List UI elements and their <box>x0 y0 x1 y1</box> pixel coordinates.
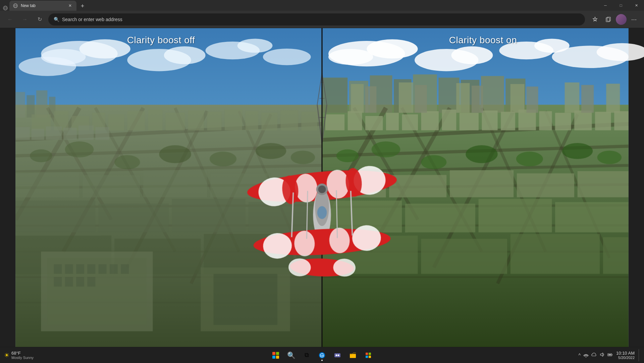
svg-point-15 <box>164 46 206 64</box>
svg-rect-68 <box>32 129 44 140</box>
svg-rect-59 <box>166 113 185 130</box>
svg-rect-221 <box>366 356 368 358</box>
svg-rect-170 <box>565 82 579 113</box>
svg-point-208 <box>318 185 326 193</box>
svg-rect-186 <box>76 277 84 287</box>
svg-rect-88 <box>249 202 322 232</box>
svg-rect-152 <box>511 234 600 274</box>
svg-rect-82 <box>143 170 207 197</box>
svg-rect-163 <box>365 86 376 113</box>
svg-rect-71 <box>78 125 94 140</box>
new-tab-button[interactable]: + <box>78 1 87 11</box>
show-desktop-button[interactable] <box>639 349 640 361</box>
svg-rect-69 <box>46 126 62 140</box>
settings-more-button[interactable]: ··· <box>628 13 640 25</box>
svg-point-139 <box>562 143 593 159</box>
svg-point-18 <box>237 39 273 53</box>
weather-description: Mostly Sunny <box>11 356 34 360</box>
weather-widget[interactable]: ☀ 68°F Mostly Sunny <box>4 351 34 360</box>
svg-point-74 <box>65 141 94 158</box>
svg-rect-169 <box>526 86 538 113</box>
svg-rect-185 <box>65 277 73 287</box>
svg-rect-149 <box>555 202 629 232</box>
svg-rect-121 <box>386 113 398 130</box>
svg-rect-70 <box>63 128 77 140</box>
svg-point-134 <box>336 149 359 162</box>
taskbar-file-explorer-button[interactable] <box>346 349 360 362</box>
svg-point-76 <box>159 145 191 163</box>
taskbar-store-button[interactable] <box>362 349 375 362</box>
task-view-icon: ⧉ <box>305 352 309 359</box>
svg-rect-123 <box>421 111 438 130</box>
svg-rect-124 <box>442 110 456 130</box>
windows-logo <box>272 352 279 359</box>
svg-rect-142 <box>389 175 446 197</box>
svg-rect-126 <box>482 111 498 130</box>
taskbar-task-view-button[interactable]: ⧉ <box>300 349 313 362</box>
edge-icon <box>318 352 326 359</box>
taskbar-search-button[interactable]: 🔍 <box>284 349 298 362</box>
svg-rect-162 <box>351 84 364 113</box>
svg-rect-166 <box>456 83 470 113</box>
svg-rect-168 <box>511 84 525 113</box>
collections-button[interactable] <box>602 13 614 25</box>
svg-rect-62 <box>225 110 242 130</box>
active-tab[interactable]: New tab ✕ <box>9 1 76 11</box>
back-button[interactable]: ← <box>4 13 16 25</box>
svg-rect-151 <box>421 239 507 274</box>
close-button[interactable]: ✕ <box>629 0 644 11</box>
store-icon <box>365 352 372 359</box>
chevron-up-icon[interactable]: ^ <box>578 352 581 359</box>
system-tray: ^ <box>578 351 613 359</box>
weather-text: 68°F Mostly Sunny <box>11 351 34 360</box>
svg-rect-61 <box>207 112 221 130</box>
profile-button[interactable] <box>616 14 627 25</box>
address-input-wrapper[interactable]: 🔍 Search or enter web address <box>48 13 585 25</box>
svg-rect-130 <box>555 113 571 130</box>
start-button[interactable] <box>269 349 282 362</box>
taskbar-edge-button[interactable] <box>315 349 329 362</box>
svg-point-136 <box>421 155 446 169</box>
taskbar-chat-button[interactable] <box>331 349 344 362</box>
svg-rect-133 <box>614 111 629 130</box>
refresh-button[interactable]: ↻ <box>34 13 46 25</box>
svg-point-138 <box>516 152 543 166</box>
svg-rect-63 <box>246 111 258 130</box>
svg-rect-177 <box>54 264 62 274</box>
weather-icon: ☀ <box>4 352 9 359</box>
svg-rect-118 <box>325 114 344 130</box>
cloud-icon[interactable] <box>591 351 597 359</box>
clock[interactable]: 10:10 AM 5/20/2022 <box>616 351 635 360</box>
svg-rect-32 <box>26 95 35 118</box>
svg-rect-164 <box>398 82 413 113</box>
svg-point-216 <box>338 354 339 356</box>
battery-icon[interactable] <box>607 351 613 359</box>
content-area: Clarity boost off Clarity boost on <box>0 28 644 347</box>
network-icon[interactable] <box>583 351 589 359</box>
svg-rect-86 <box>99 204 169 233</box>
svg-rect-220 <box>369 353 371 355</box>
taskbar-left: ☀ 68°F Mostly Sunny <box>4 351 71 360</box>
svg-rect-171 <box>581 85 594 113</box>
flight-sim-image <box>0 28 644 347</box>
clarity-boost-on-label: Clarity boost on <box>449 35 517 46</box>
svg-rect-182 <box>110 264 118 274</box>
svg-point-135 <box>372 141 400 158</box>
maximize-button[interactable]: □ <box>613 0 629 11</box>
forward-button[interactable]: → <box>19 13 31 25</box>
address-input[interactable]: Search or enter web address <box>62 17 580 22</box>
svg-point-73 <box>30 149 52 162</box>
tab-close-button[interactable]: ✕ <box>67 3 73 9</box>
minimize-button[interactable]: ─ <box>598 0 613 11</box>
svg-rect-180 <box>87 264 95 274</box>
volume-icon[interactable] <box>599 351 605 359</box>
favorites-button[interactable] <box>589 13 601 25</box>
svg-rect-56 <box>108 114 124 130</box>
search-icon: 🔍 <box>287 351 296 359</box>
svg-point-12 <box>79 39 130 58</box>
svg-rect-174 <box>213 274 277 325</box>
svg-rect-81 <box>83 175 140 197</box>
svg-point-215 <box>336 354 337 356</box>
svg-point-78 <box>256 143 286 159</box>
clock-date: 5/20/2022 <box>616 356 635 360</box>
